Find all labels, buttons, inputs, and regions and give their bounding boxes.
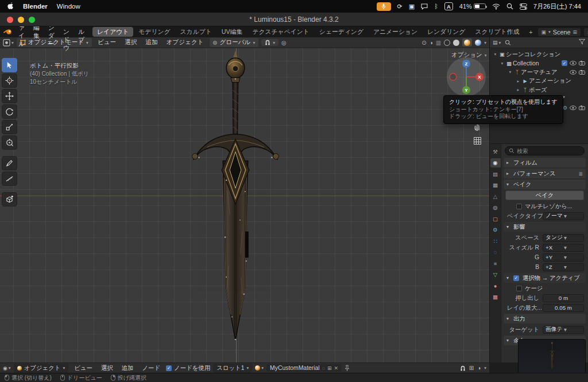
tab-object-data[interactable]: ▽ [490,270,501,279]
tab-tool[interactable]: ⚒ [490,147,501,156]
add-cube-tool[interactable] [2,192,17,206]
status-icon-display[interactable]: ▣ [409,3,415,10]
outliner-row-scene-collection[interactable]: ▾ ▣ シーンコレクション [490,50,588,59]
shading-solid-button[interactable] [453,40,459,46]
status-icon-sync[interactable]: ⟳ [397,3,403,10]
shader-menu-select[interactable]: 選択 [98,364,116,373]
wifi-menu[interactable] [492,3,500,10]
tab-animation[interactable]: アニメーション [369,27,422,37]
snap-target-icon[interactable]: ⊞ [469,365,474,371]
space-dropdown[interactable]: タンジェント ▾ [543,234,584,242]
swizzle-r-dropdown[interactable]: +X ▾ [543,244,584,252]
close-button[interactable] [7,17,13,23]
tab-texture[interactable]: ▩ [490,293,501,302]
minimize-button[interactable] [18,17,24,23]
shader-editor-type-selector[interactable]: ◉ ▾ [3,365,11,371]
shader-menu-view[interactable]: ビュー [71,364,95,373]
tab-scripting[interactable]: スクリプト作成 [470,27,524,37]
annotate-tool[interactable] [2,156,17,170]
material-name-field[interactable]: MyCustomMaterial ◌ ⊞ ✕ [266,364,342,372]
outliner-row-collection[interactable]: ▾ ▦ Collection ✓ [490,59,588,68]
panel-film[interactable]: ▸ フィルム [504,158,586,167]
move-tool[interactable] [2,89,17,103]
tweak-select-tool[interactable] [2,58,17,72]
shading-rendered-button[interactable] [475,40,481,46]
shading-wireframe-button[interactable] [444,40,450,46]
expand-icon[interactable]: ▾ [507,69,513,75]
modifier-wrench-icon[interactable]: ⚙ [563,105,567,111]
tab-render[interactable]: ◉ [490,158,501,167]
unlink-icon[interactable]: ✕ [334,365,339,371]
panel-performance[interactable]: ▸ パフォーマンス ≣ [504,169,586,178]
overlay-toggle-icon[interactable]: ◑ [477,365,481,371]
tab-material[interactable]: ● [490,281,501,290]
tab-viewlayer[interactable]: ▦ [490,181,501,190]
sword-model[interactable] [189,49,281,345]
disable-render-camera-icon[interactable] [579,70,585,75]
scale-tool[interactable] [2,120,17,134]
properties-search[interactable] [505,146,585,155]
viewport-menu-add[interactable]: 追加 [142,38,160,47]
tab-shading[interactable]: シェーディング [315,27,368,37]
gizmo-minus-x[interactable] [450,73,457,80]
selected-to-active-checkbox[interactable]: ✓ [513,275,519,281]
transform-tool[interactable] [2,135,17,150]
tab-rendering[interactable]: レンダリング [423,27,470,37]
slot-selector[interactable]: スロット1 ▾ [213,364,252,373]
viewport-menu-view[interactable]: ビュー [95,38,119,47]
properties-search-input[interactable] [517,148,581,154]
pin-icon[interactable] [345,365,350,372]
cage-checkbox[interactable] [516,286,522,291]
apple-menu[interactable] [7,2,14,10]
tab-scene[interactable]: △ [490,192,501,201]
disable-render-camera-icon[interactable] [579,106,585,110]
use-nodes-toggle[interactable]: ✓ ノードを使用 [166,364,210,372]
status-icon-chat[interactable] [421,3,428,10]
rotate-tool[interactable] [2,104,17,119]
cursor-tool[interactable] [2,73,17,88]
bluetooth-icon[interactable]: ᛒ [434,3,438,10]
new-scene-icon[interactable]: ⊞ [572,29,577,35]
hide-eye-icon[interactable] [570,70,577,75]
tab-layout[interactable]: レイアウト [92,27,133,37]
measure-tool[interactable] [2,171,17,186]
spotlight-menu[interactable] [506,3,513,10]
panel-output[interactable]: ▾ 出力 [504,314,586,323]
tab-physics[interactable]: ◌ [490,248,501,257]
shader-menu-add[interactable]: 追加 [119,364,137,373]
scene-selector[interactable]: ▣ ▾ Scene ⊞ [538,28,581,36]
panel-selected-to-active[interactable]: ▾ ✓ 選択物 → アクティブ [504,273,586,283]
viewport-menu-select[interactable]: 選択 [122,38,140,47]
menubar-window-menu[interactable]: Window [57,3,80,10]
control-center-menu[interactable] [520,3,527,10]
tab-uv-editing[interactable]: UV編集 [217,27,247,37]
panel-influence[interactable]: ▾ 影響 [504,222,586,232]
viewport-menu-object[interactable]: オブジェクト [164,38,207,47]
outliner-row-armature-object[interactable]: ▾ ᛉ アーマチュア [490,68,588,77]
tab-modeling[interactable]: モデリング [134,27,175,37]
use-nodes-checkbox[interactable]: ✓ [166,365,172,371]
outliner-row-animation[interactable]: ▸ ▶ アニメーション [490,77,588,86]
panel-bake[interactable]: ▾ ベイク [504,180,586,189]
shading-material-button[interactable] [464,40,470,46]
collection-checkbox[interactable]: ✓ [562,60,567,66]
hide-eye-icon[interactable] [570,106,577,110]
fake-user-icon[interactable]: ◌ [322,365,325,371]
xray-toggle[interactable]: ▥ [436,40,441,46]
expand-icon[interactable]: ▸ [515,79,521,84]
menubar-app-name[interactable]: Blender [23,3,48,10]
expand-icon[interactable]: ▾ [492,52,498,57]
outliner-row-pose[interactable]: ▸ ᛉ ポーズ [490,85,588,95]
swizzle-b-dropdown[interactable]: +Z ▾ [543,263,584,271]
orientation-selector[interactable]: ◍ グローバル ▾ [210,38,259,47]
material-browse[interactable]: ▾ [255,365,264,371]
extrusion-field[interactable]: 0 m [543,294,584,302]
from-multires-row[interactable]: マルチレゾから... [504,202,586,211]
swizzle-g-dropdown[interactable]: +Y ▾ [543,254,584,262]
tab-world[interactable]: ◍ [490,203,501,212]
snap-toggle[interactable]: ▾ [261,39,278,46]
shader-type-selector[interactable]: オブジェクト ▾ [14,364,69,373]
grid-control[interactable] [471,134,483,147]
max-ray-field[interactable]: 0.05 m [543,304,584,312]
disable-render-camera-icon[interactable] [579,61,585,65]
